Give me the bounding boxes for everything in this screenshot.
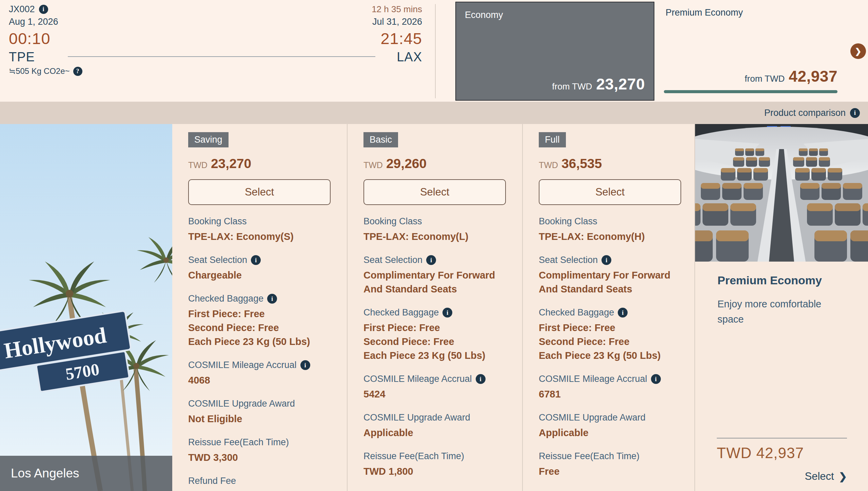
refund-fee-row: Refund Fee TWD 5,000 <box>363 490 510 491</box>
info-icon[interactable]: i <box>426 255 436 265</box>
premium-economy-cabin-image <box>695 124 868 262</box>
flight-info-icon[interactable]: i <box>39 5 48 14</box>
fare-badge: Full <box>539 132 566 147</box>
destination-airport-code: LAX <box>372 50 422 64</box>
economy-from-price: from TWD 23,270 <box>552 75 645 93</box>
info-icon[interactable]: i <box>651 374 661 384</box>
fare-price: TWD 36,535 <box>539 156 682 171</box>
premium-panel-price: TWD 42,937 <box>717 445 804 462</box>
select-premium-economy-link[interactable]: Select ❯ <box>805 470 847 483</box>
premium-tab-label: Premium Economy <box>666 7 743 18</box>
booking-class-row: Booking Class TPE-LAX: Economy(L) <box>363 216 510 244</box>
booking-class-row: Booking Class TPE-LAX: Economy(S) <box>188 216 335 244</box>
arrival-time: 21:45 <box>372 29 422 48</box>
los-angeles-photo: Hollywood 5700 <box>0 124 172 491</box>
info-icon[interactable]: i <box>251 255 261 265</box>
chevron-right-icon: ❯ <box>855 47 861 56</box>
destination-photo-card: Hollywood 5700 Los Angeles <box>0 124 172 491</box>
premium-economy-preview-panel: Premium Economy Enjoy more comfortable s… <box>695 124 868 491</box>
tab-economy[interactable]: Economy from TWD 23,270 <box>455 2 654 101</box>
tab-premium-economy[interactable]: Premium Economy ❯ from TWD 42,937 <box>661 0 868 102</box>
refund-fee-row: Refund Fee TWD 8,000 <box>188 476 335 491</box>
next-cabin-arrow-button[interactable]: ❯ <box>850 43 866 59</box>
flight-duration: 12 h 35 mins <box>372 4 422 15</box>
co2-help-icon[interactable]: ? <box>73 67 82 76</box>
premium-panel-divider <box>717 438 847 438</box>
mileage-accrual-row: COSMILE Mileage Accrual i 4068 <box>188 360 335 387</box>
info-icon[interactable]: i <box>476 374 486 384</box>
upgrade-award-row: COSMILE Upgrade Award Not Eligible <box>188 398 335 426</box>
select-basic-button[interactable]: Select <box>363 179 506 205</box>
fare-selection-page: JX002 i Aug 1, 2026 00:10 TPE ≒505 Kg CO… <box>0 0 868 491</box>
departure-time: 00:10 <box>9 29 82 48</box>
fare-card-saving: Saving TWD 23,270 Select Booking Class T… <box>172 124 348 491</box>
product-comparison-info-icon[interactable]: i <box>850 108 860 118</box>
info-icon[interactable]: i <box>300 360 310 370</box>
mileage-accrual-row: COSMILE Mileage Accrual i 5424 <box>363 374 510 401</box>
premium-panel-description: Enjoy more comfortable space <box>717 296 829 327</box>
info-icon[interactable]: i <box>618 308 628 318</box>
economy-tab-label: Economy <box>465 10 503 20</box>
upgrade-award-row: COSMILE Upgrade Award Applicable <box>363 412 510 440</box>
upgrade-award-row: COSMILE Upgrade Award Applicable <box>539 412 682 440</box>
reissue-fee-row: Reissue Fee(Each Time) TWD 3,300 <box>188 437 335 465</box>
departure-date: Aug 1, 2026 <box>9 17 82 27</box>
product-comparison-bar: Product comparison i <box>0 102 868 124</box>
fare-badge: Basic <box>363 132 398 147</box>
fare-comparison-area: Hollywood 5700 Los Angeles Saving TWD 23… <box>0 124 868 491</box>
info-icon[interactable]: i <box>442 308 452 318</box>
refund-fee-row: Refund Fee TWD 1,500 <box>539 490 682 491</box>
premium-from-price: from TWD 42,937 <box>745 67 837 85</box>
booking-class-row: Booking Class TPE-LAX: Economy(H) <box>539 216 682 244</box>
destination-city-caption: Los Angeles <box>0 456 172 491</box>
fare-price: TWD 23,270 <box>188 156 335 171</box>
seat-selection-row: Seat Selection i Complimentary For Forwa… <box>539 255 682 296</box>
chevron-right-icon: ❯ <box>839 471 847 482</box>
departure-block: JX002 i Aug 1, 2026 00:10 TPE ≒505 Kg CO… <box>9 4 82 76</box>
fare-card-full: Full TWD 36,535 Select Booking Class TPE… <box>523 124 695 491</box>
seat-selection-row: Seat Selection i Complimentary For Forwa… <box>363 255 510 296</box>
arrival-block: 12 h 35 mins Jul 31, 2026 21:45 LAX <box>372 4 422 64</box>
flight-path-line <box>68 56 375 57</box>
checked-baggage-row: Checked Baggage i First Piece: Free Seco… <box>539 307 682 363</box>
info-icon[interactable]: i <box>267 294 277 304</box>
checked-baggage-row: Checked Baggage i First Piece: Free Seco… <box>188 293 335 349</box>
fare-card-basic: Basic TWD 29,260 Select Booking Class TP… <box>348 124 523 491</box>
flight-header: JX002 i Aug 1, 2026 00:10 TPE ≒505 Kg CO… <box>0 0 868 102</box>
reissue-fee-row: Reissue Fee(Each Time) Free <box>539 451 682 478</box>
seat-selection-row: Seat Selection i Chargeable <box>188 255 335 282</box>
checked-baggage-row: Checked Baggage i First Piece: Free Seco… <box>363 307 510 363</box>
fare-badge: Saving <box>188 132 229 147</box>
mileage-accrual-row: COSMILE Mileage Accrual i 6781 <box>539 374 682 401</box>
origin-airport-code: TPE <box>9 50 82 64</box>
select-saving-button[interactable]: Select <box>188 179 331 205</box>
reissue-fee-row: Reissue Fee(Each Time) TWD 1,800 <box>363 451 510 478</box>
select-full-button[interactable]: Select <box>539 179 681 205</box>
info-icon[interactable]: i <box>601 255 611 265</box>
fare-price: TWD 29,260 <box>363 156 510 171</box>
premium-panel-title: Premium Economy <box>717 274 868 287</box>
product-comparison-label: Product comparison <box>764 108 846 118</box>
header-divider <box>435 4 436 98</box>
co2-estimate: ≒505 Kg CO2e~ <box>9 66 70 76</box>
flight-number: JX002 <box>9 4 35 15</box>
arrival-date: Jul 31, 2026 <box>372 17 422 27</box>
carousel-indicator-bar <box>664 90 837 93</box>
